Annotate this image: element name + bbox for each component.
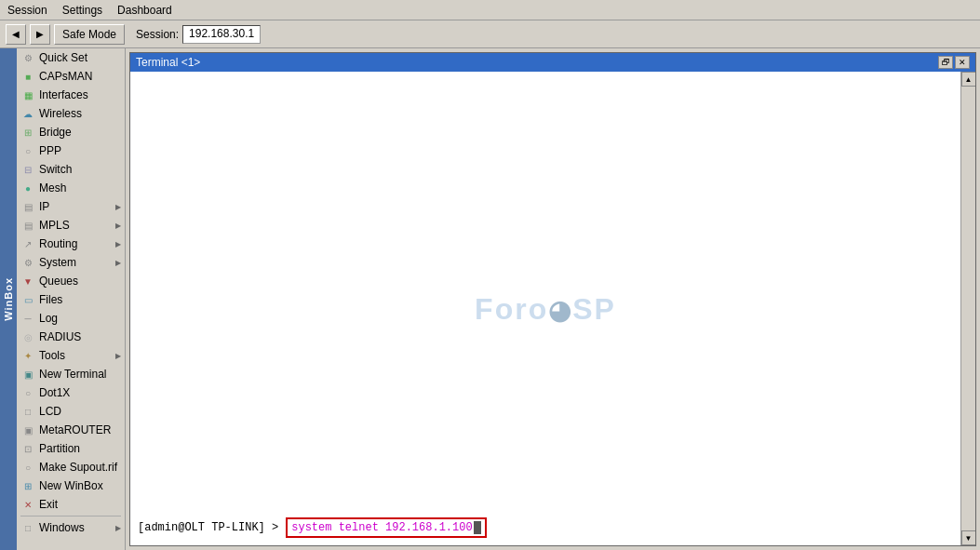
sidebar-item-ip[interactable]: ▤ IP: [17, 197, 125, 216]
sidebar-label-interfaces: Interfaces: [39, 88, 88, 101]
new-terminal-icon: ▣: [20, 368, 35, 381]
session-label: Session:: [136, 28, 179, 41]
sidebar-item-dot1x[interactable]: ○ Dot1X: [17, 383, 125, 402]
sidebar-label-log: Log: [39, 312, 58, 325]
terminal-prompt: [admin@OLT TP-LINK] >: [138, 521, 278, 534]
sidebar-label-tools: Tools: [39, 349, 65, 362]
sidebar-item-system[interactable]: ⚙ System: [17, 253, 125, 272]
sidebar-item-supout[interactable]: ○ Make Supout.rif: [17, 458, 125, 476]
sidebar-label-supout: Make Supout.rif: [39, 461, 117, 474]
forward-button[interactable]: ▶: [30, 24, 50, 45]
terminal-title: Terminal <1>: [136, 56, 200, 69]
toolbar: ◀ ▶ Safe Mode Session: 192.168.30.1: [0, 20, 980, 48]
sidebar-item-wireless[interactable]: ☁ Wireless: [17, 104, 125, 123]
sidebar-item-mpls[interactable]: ▤ MPLS: [17, 216, 125, 235]
sidebar: WinBox ⚙ Quick Set ■ CAPsMAN ▦ Interface…: [0, 48, 126, 550]
files-icon: ▭: [20, 293, 35, 306]
sidebar-label-mesh: Mesh: [39, 181, 66, 195]
queues-icon: ▼: [20, 275, 35, 288]
winbox-label: WinBox: [0, 48, 17, 550]
sidebar-item-metarouter[interactable]: ▣ MetaROUTER: [17, 421, 125, 439]
bridge-icon: ⊞: [20, 126, 35, 139]
sidebar-item-queues[interactable]: ▼ Queues: [17, 272, 125, 290]
sidebar-label-metarouter: MetaROUTER: [39, 423, 111, 436]
sidebar-label-partition: Partition: [39, 442, 80, 455]
terminal-window: Terminal <1> 🗗 ✕ Foro◕SP [a: [129, 52, 976, 546]
content-area: Terminal <1> 🗗 ✕ Foro◕SP [a: [126, 48, 980, 550]
ppp-icon: ○: [20, 144, 35, 157]
back-button[interactable]: ◀: [6, 24, 26, 45]
new-winbox-icon: ⊞: [20, 479, 35, 492]
sidebar-item-tools[interactable]: ✦ Tools: [17, 346, 125, 365]
sidebar-item-capsman[interactable]: ■ CAPsMAN: [17, 67, 125, 86]
sidebar-label-exit: Exit: [39, 498, 58, 511]
terminal-scrollbar: ▲ ▼: [960, 72, 975, 545]
sidebar-inner: ⚙ Quick Set ■ CAPsMAN ▦ Interfaces ☁ Wir…: [17, 48, 125, 537]
terminal-scroll: Foro◕SP [admin@OLT TP-LINK] > system tel…: [130, 72, 975, 545]
terminal-main: Foro◕SP [admin@OLT TP-LINK] > system tel…: [130, 72, 960, 545]
mesh-icon: ●: [20, 181, 35, 195]
sidebar-item-switch[interactable]: ⊟ Switch: [17, 160, 125, 179]
sidebar-label-capsman: CAPsMAN: [39, 70, 92, 83]
sidebar-label-new-winbox: New WinBox: [39, 479, 103, 492]
sidebar-item-windows[interactable]: □ Windows: [17, 518, 125, 537]
routing-icon: ↗: [20, 237, 35, 250]
capsman-icon: ■: [20, 70, 35, 83]
sidebar-item-quick-set[interactable]: ⚙ Quick Set: [17, 48, 125, 67]
scroll-up-button[interactable]: ▲: [961, 72, 976, 87]
scroll-track: [961, 87, 975, 530]
sidebar-item-log[interactable]: ─ Log: [17, 309, 125, 328]
session-value: 192.168.30.1: [182, 25, 261, 44]
sidebar-item-routing[interactable]: ↗ Routing: [17, 235, 125, 253]
sidebar-item-new-winbox[interactable]: ⊞ New WinBox: [17, 476, 125, 495]
terminal-controls: 🗗 ✕: [938, 56, 970, 69]
dot1x-icon: ○: [20, 386, 35, 399]
tools-icon: ✦: [20, 349, 35, 362]
switch-icon: ⊟: [20, 163, 35, 176]
sidebar-item-mesh[interactable]: ● Mesh: [17, 179, 125, 197]
winbox-text: WinBox: [3, 277, 14, 321]
ip-icon: ▤: [20, 200, 35, 213]
sidebar-label-system: System: [39, 256, 76, 269]
menu-bar: Session Settings Dashboard: [0, 0, 980, 20]
menu-settings[interactable]: Settings: [59, 3, 106, 18]
safe-mode-button[interactable]: Safe Mode: [54, 24, 125, 45]
sidebar-item-ppp[interactable]: ○ PPP: [17, 141, 125, 160]
sidebar-label-quick-set: Quick Set: [39, 51, 87, 64]
log-icon: ─: [20, 312, 35, 325]
sidebar-label-bridge: Bridge: [39, 126, 72, 139]
sidebar-label-switch: Switch: [39, 163, 72, 176]
sidebar-item-bridge[interactable]: ⊞ Bridge: [17, 123, 125, 141]
sidebar-item-radius[interactable]: ◎ RADIUS: [17, 328, 125, 346]
terminal-content-area: [admin@OLT TP-LINK] > system telnet 192.…: [138, 517, 942, 538]
sidebar-item-files[interactable]: ▭ Files: [17, 290, 125, 309]
metarouter-icon: ▣: [20, 423, 35, 436]
sidebar-item-lcd[interactable]: □ LCD: [17, 402, 125, 421]
terminal-body: Foro◕SP [admin@OLT TP-LINK] > system tel…: [130, 72, 975, 545]
terminal-cursor: [474, 521, 481, 534]
terminal-close-button[interactable]: ✕: [955, 56, 970, 69]
scroll-down-button[interactable]: ▼: [961, 530, 976, 545]
sidebar-label-mpls: MPLS: [39, 219, 70, 232]
sidebar-item-exit[interactable]: ✕ Exit: [17, 495, 125, 514]
wireless-icon: ☁: [20, 107, 35, 120]
lcd-icon: □: [20, 405, 35, 418]
terminal-restore-button[interactable]: 🗗: [938, 56, 953, 69]
radius-icon: ◎: [20, 330, 35, 343]
sidebar-label-routing: Routing: [39, 237, 77, 250]
menu-session[interactable]: Session: [4, 3, 51, 18]
windows-icon: □: [20, 521, 35, 534]
partition-icon: ⊡: [20, 442, 35, 455]
quick-set-icon: ⚙: [20, 51, 35, 64]
command-input-wrapper[interactable]: system telnet 192.168.1.100: [286, 517, 486, 538]
sidebar-separator-windows: [20, 516, 121, 516]
sidebar-item-partition[interactable]: ⊡ Partition: [17, 439, 125, 458]
watermark: Foro◕SP: [475, 291, 616, 326]
exit-icon: ✕: [20, 498, 35, 511]
menu-dashboard[interactable]: Dashboard: [114, 3, 176, 18]
sidebar-item-new-terminal[interactable]: ▣ New Terminal: [17, 365, 125, 383]
sidebar-item-interfaces[interactable]: ▦ Interfaces: [17, 86, 125, 104]
sidebar-label-dot1x: Dot1X: [39, 386, 70, 399]
sidebar-label-windows: Windows: [39, 521, 85, 534]
sidebar-label-ip: IP: [39, 200, 49, 213]
